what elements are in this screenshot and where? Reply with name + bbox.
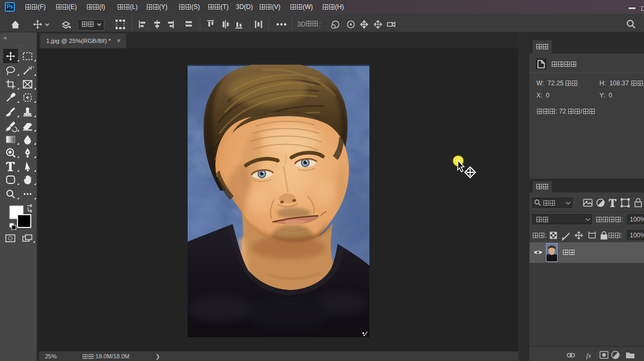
svg-text:fx: fx bbox=[586, 351, 592, 359]
svg-text:«: « bbox=[4, 35, 7, 41]
svg-text::: : bbox=[319, 21, 321, 28]
svg-text:3D: 3D bbox=[297, 21, 306, 28]
